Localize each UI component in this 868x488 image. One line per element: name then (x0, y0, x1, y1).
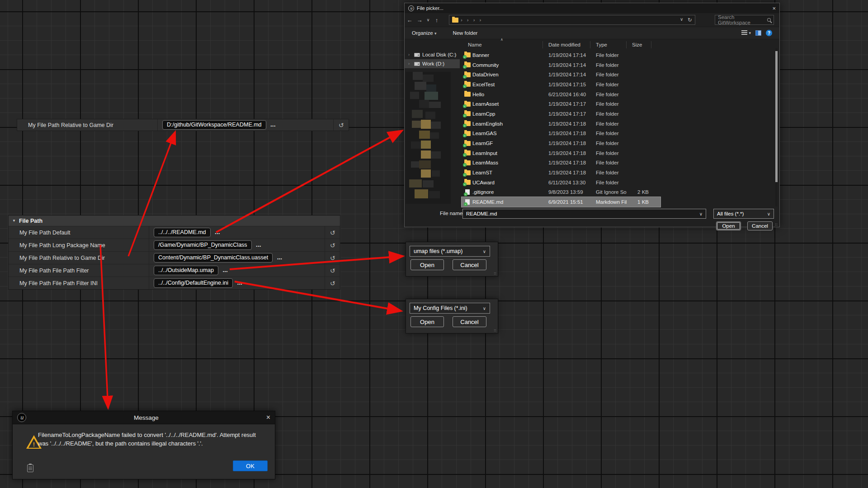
sidebar-drive-item[interactable]: › Work (D:) (405, 59, 460, 68)
column-header-date[interactable]: Date modified (543, 41, 590, 48)
open-button[interactable]: Open (410, 316, 444, 327)
section-header[interactable]: ▼ File Path (9, 216, 340, 226)
umap-filter-select[interactable]: umap files (*.umap) ∨ (410, 246, 490, 257)
file-date: 1/19/2024 17:18 (543, 170, 590, 175)
file-icon (464, 111, 471, 116)
file-type-filter-select[interactable]: All files (*.*) ∨ (713, 209, 774, 219)
file-size: 1 KB (627, 199, 651, 205)
help-icon[interactable]: ? (766, 30, 772, 36)
file-icon (464, 131, 471, 136)
reset-to-default-icon[interactable] (330, 229, 335, 236)
close-icon[interactable]: × (266, 413, 270, 422)
breadcrumb-item[interactable] (461, 17, 465, 23)
file-row[interactable]: LearnCpp 1/19/2024 17:17 File folder (462, 109, 660, 119)
reset-to-default-icon[interactable] (330, 254, 335, 262)
column-header-size[interactable]: Size (627, 41, 651, 48)
cancel-button[interactable]: Cancel (747, 221, 773, 230)
expander-icon[interactable]: › (408, 61, 412, 66)
scrollbar-thumb[interactable] (775, 51, 778, 182)
scrollbar-track[interactable] (775, 48, 778, 206)
file-row[interactable]: ExcelTest 1/19/2024 17:15 File folder (462, 80, 660, 89)
file-icon (464, 52, 471, 57)
organize-button[interactable]: Organize ▾ (412, 30, 436, 36)
file-type: Markdown File (590, 199, 627, 205)
chevron-down-icon: ∨ (699, 211, 703, 216)
up-icon[interactable]: ↑ (432, 17, 442, 23)
file-name-input[interactable]: README.md ∨ (462, 209, 706, 219)
file-row[interactable]: LearnST 1/19/2024 17:18 File folder (462, 168, 660, 178)
file-row[interactable]: DataDriven 1/19/2024 17:14 File folder (462, 70, 660, 80)
file-path-section: ▼ File Path My File Path Default ../../.… (8, 215, 340, 290)
file-name: LearnInput (472, 150, 543, 156)
view-mode-button[interactable]: ▾ (741, 30, 751, 36)
browse-ellipsis-button[interactable] (277, 254, 282, 261)
file-row[interactable]: LearnGF 1/19/2024 17:18 File folder (462, 138, 660, 148)
path-value-field[interactable]: ../../Config/DefaultEngine.ini (154, 278, 233, 288)
breadcrumb-item[interactable] (473, 17, 477, 23)
file-row[interactable]: Community 1/19/2024 17:14 File folder (462, 60, 660, 70)
path-value-field[interactable]: ../../../README.md (154, 228, 211, 237)
file-date: 1/19/2024 17:17 (543, 111, 590, 117)
path-value-field[interactable]: D:/github/GitWorkspace/README.md (162, 120, 266, 130)
copy-to-clipboard-icon[interactable] (27, 465, 33, 472)
file-row[interactable]: Hello 6/21/2024 16:40 File folder (462, 89, 660, 99)
resize-grip[interactable] (494, 329, 497, 332)
file-row[interactable]: LearnMass 1/19/2024 17:18 File folder (462, 158, 660, 168)
open-button[interactable]: Open (410, 259, 444, 270)
column-header-name[interactable]: Name (462, 41, 543, 48)
preview-pane-icon[interactable] (755, 30, 761, 36)
refresh-icon[interactable]: ↻ (688, 17, 692, 23)
browse-ellipsis-button[interactable] (223, 267, 228, 274)
reset-to-default-icon[interactable] (330, 242, 335, 249)
file-type: Git Ignore Source ... (590, 189, 627, 195)
file-icon (464, 141, 471, 146)
path-value-field[interactable]: /Game/Dynamic/BP_DynamicClass (154, 240, 252, 250)
search-input[interactable]: Search GitWorkspace (715, 15, 774, 25)
sidebar-drive-item[interactable]: › Local Disk (C:) (405, 50, 460, 59)
cancel-button[interactable]: Cancel (453, 316, 486, 327)
reset-to-default-icon[interactable] (330, 280, 335, 287)
forward-icon[interactable]: → (415, 17, 425, 23)
file-type: File folder (590, 180, 627, 185)
browse-ellipsis-button[interactable] (256, 242, 261, 249)
column-header-type[interactable]: Type (590, 41, 627, 48)
reset-to-default-icon[interactable] (330, 267, 335, 274)
new-folder-button[interactable]: New folder (453, 30, 477, 36)
browse-ellipsis-button[interactable] (271, 122, 276, 128)
resize-grip[interactable] (494, 272, 497, 275)
file-row[interactable]: .gitignore 9/8/2023 13:59 Git Ignore Sou… (462, 188, 660, 197)
file-name: .gitignore (472, 189, 543, 195)
path-value-field[interactable]: Content/Dynamic/BP_DynamicClass.uasset (154, 253, 273, 263)
collapse-triangle-icon[interactable]: ▼ (12, 219, 16, 223)
picker-toolbar: Organize ▾ New folder ▾ ? (405, 27, 779, 39)
address-dropdown-icon[interactable]: ∨ (680, 17, 683, 23)
file-row[interactable]: Banner 1/19/2024 17:14 File folder (462, 50, 660, 60)
expander-icon[interactable]: › (408, 52, 412, 57)
resize-grip[interactable] (775, 223, 778, 226)
breadcrumb-item[interactable] (480, 17, 484, 23)
open-button[interactable]: Open (716, 221, 741, 230)
browse-ellipsis-button[interactable] (237, 280, 242, 286)
file-icon (465, 199, 470, 205)
reset-to-default-icon[interactable] (339, 122, 344, 129)
back-icon[interactable]: ← (405, 17, 415, 23)
file-row[interactable]: UCAward 6/11/2024 13:30 File folder (462, 178, 660, 188)
browse-ellipsis-button[interactable] (215, 229, 220, 236)
breadcrumb-item[interactable] (467, 17, 471, 23)
cancel-button[interactable]: Cancel (453, 259, 486, 270)
file-row[interactable]: LearnInput 1/19/2024 17:18 File folder (462, 148, 660, 158)
file-row[interactable]: LearnGAS 1/19/2024 17:18 File folder (462, 129, 660, 139)
config-filter-select[interactable]: My Config Files (*.ini) ∨ (410, 303, 490, 314)
recent-locations-icon[interactable]: ∨ (425, 18, 432, 22)
breadcrumb[interactable]: ∨ ↻ (449, 15, 695, 25)
property-row: My File Path File Path Filter INI ../../… (9, 277, 340, 289)
file-row[interactable]: LearnAsset 1/19/2024 17:17 File folder (462, 99, 660, 109)
ok-button[interactable]: OK (233, 460, 268, 471)
message-titlebar[interactable]: u Message × (13, 411, 275, 424)
file-icon (464, 72, 471, 77)
file-row[interactable]: LearnEnglish 1/19/2024 17:18 File folder (462, 119, 660, 129)
file-row[interactable]: README.md 6/9/2021 15:51 Markdown File 1… (462, 197, 660, 207)
picker-titlebar[interactable]: u File picker... × (405, 3, 779, 13)
close-icon[interactable]: × (772, 5, 776, 12)
path-value-field[interactable]: ../../OutsideMap.umap (154, 266, 218, 275)
